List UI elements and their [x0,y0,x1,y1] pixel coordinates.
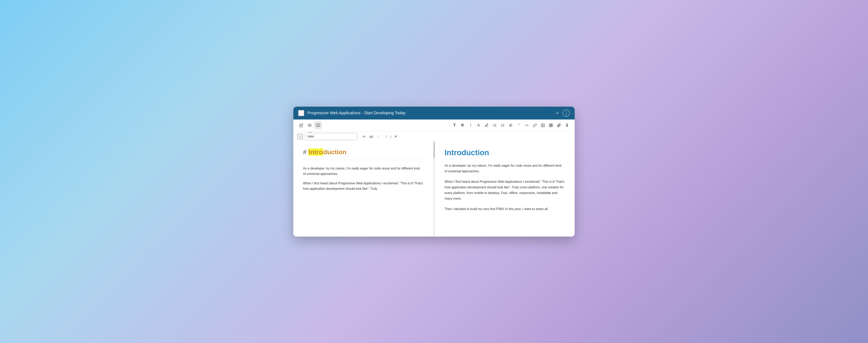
app-window: ✕ Progressive Web Applications - Start D… [293,106,575,237]
find-toggle-button[interactable]: › [298,134,303,139]
preview-mode-button[interactable] [306,122,313,129]
paperclip-icon [557,123,561,127]
preview-para-3: Then I decided to build my very first PW… [445,206,565,212]
bullet-list-button[interactable] [491,122,498,129]
link-icon [533,123,537,127]
pencil-icon [299,123,303,127]
image-icon [541,123,545,127]
italic-button[interactable]: I [467,122,474,129]
highlight-button[interactable] [483,122,490,129]
svg-point-4 [493,124,494,125]
title-bar-actions: ✓ ⋮ [556,110,570,117]
editor-para-1: As a developer, by my nature, I'm really… [303,166,424,177]
table-button[interactable] [547,122,555,129]
numbered-list-icon [501,123,505,127]
table-icon [549,123,553,127]
book-mode-button[interactable] [314,122,322,129]
find-options: Aa AbI .* [361,134,380,139]
toolbar: T B I S [293,120,575,131]
svg-point-5 [493,125,494,126]
editor-para-2: When I first heard about Progressive Web… [303,181,424,191]
editor-scrollbar[interactable] [433,140,435,237]
bold-button[interactable]: B [459,122,466,129]
highlight-icon [485,123,489,127]
toolbar-formatting-buttons: T B I S [451,122,570,129]
find-box: Find [305,133,357,140]
title-bar: ✕ Progressive Web Applications - Start D… [293,106,575,120]
preview-heading: Introduction [445,148,565,157]
preview-para-1: As a developer, by my nature, I'm really… [445,163,565,174]
window-title: Progressive Web Applications - Start Dev… [307,111,553,115]
svg-point-14 [542,124,543,125]
image-button[interactable] [539,122,547,129]
scrollbar-thumb [434,142,435,158]
svg-point-0 [309,125,310,126]
link-button[interactable] [531,122,538,129]
whole-word-button[interactable]: AbI [368,134,374,139]
editor-heading: #Introduction [303,148,424,156]
find-label: Find [307,131,313,133]
heading-hash: # [303,148,307,156]
eye-icon [308,123,312,127]
indent-icon [509,123,513,127]
preview-para-2: When I first heard about Progressive Web… [445,179,565,201]
menu-button[interactable]: ⋮ [563,110,570,117]
svg-rect-15 [550,124,553,127]
editor-divider [303,160,424,160]
svg-point-6 [493,126,494,126]
info-button[interactable]: ℹ [563,122,570,129]
heading-rest: duction [323,148,347,156]
heading-highlight: Intro [308,148,323,156]
editor-panel[interactable]: #Introduction As a developer, by my natu… [293,140,433,237]
indent-button[interactable] [507,122,515,129]
book-icon [316,123,320,127]
check-icon[interactable]: ✓ [556,111,559,116]
attach-button[interactable] [555,122,563,129]
find-navigation: ↑ ↓ ✕ [385,134,397,139]
regex-button[interactable]: .* [376,134,380,139]
edit-mode-button[interactable] [298,122,305,129]
toolbar-mode-buttons [298,122,322,129]
case-sensitive-button[interactable]: Aa [361,134,367,139]
main-content: #Introduction As a developer, by my natu… [293,140,575,237]
code-button[interactable]: <> [523,122,530,129]
find-bar: › Find Aa AbI .* ↑ ↓ ✕ [293,131,575,140]
bullet-list-icon [493,123,497,127]
find-input[interactable] [305,133,357,140]
strikethrough-button[interactable]: S [475,122,482,129]
quote-button[interactable]: " [515,122,522,129]
find-next-button[interactable]: ↓ [390,134,392,139]
preview-panel[interactable]: Introduction As a developer, by my natur… [435,140,575,237]
close-button[interactable]: ✕ [298,110,304,116]
text-type-button[interactable]: T [451,122,458,129]
numbered-list-button[interactable] [499,122,506,129]
find-close-button[interactable]: ✕ [394,134,397,139]
find-prev-button[interactable]: ↑ [385,134,388,139]
